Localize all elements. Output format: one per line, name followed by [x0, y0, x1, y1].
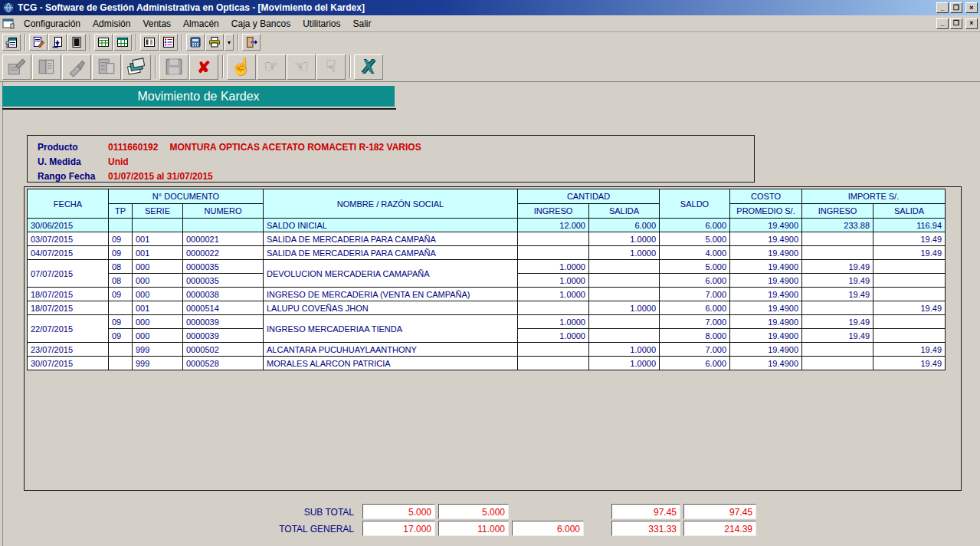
grid-view-2-button[interactable] [113, 34, 132, 51]
cell-is [873, 315, 946, 329]
cell-ii [802, 246, 873, 260]
export-excel-button[interactable]: X [354, 54, 383, 80]
cell-numero: 0000039 [183, 315, 264, 329]
cell-fecha: 18/07/2015 [28, 301, 109, 315]
cell-costo: 19.4900 [730, 219, 802, 232]
header-tp: TP [109, 204, 133, 219]
header-numero: NUMERO [183, 204, 264, 219]
printer-button[interactable] [205, 34, 224, 51]
cell-fecha: 03/07/2015 [28, 232, 109, 246]
cell-is [873, 288, 946, 301]
cell-ci [518, 357, 589, 370]
cell-ci: 12.000 [518, 219, 589, 232]
mdi-close-button[interactable]: × [965, 18, 978, 29]
cell-saldo: 6.000 [660, 274, 730, 288]
medida-label: U. Medida [38, 156, 108, 167]
cell-is: 19.49 [873, 232, 946, 246]
total-importe-salida: 214.39 [683, 521, 756, 536]
mdi-minimize-button[interactable]: _ [936, 18, 949, 29]
cell-ii [802, 301, 873, 315]
menu-salir[interactable]: Salir [347, 16, 378, 31]
cell-numero: 0000514 [183, 301, 264, 315]
table-row[interactable]: 18/07/2015090000000038INGRESO DE MERCADE… [28, 288, 946, 301]
table-row[interactable]: 30/06/2015SALDO INICIAL12.0006.0006.0001… [28, 219, 946, 232]
cell-saldo: 7.000 [660, 315, 730, 329]
table-row[interactable]: 30/07/20159990000528MORALES ALARCON PATR… [28, 357, 946, 370]
toolbar-separator [155, 55, 156, 78]
minimize-button[interactable]: _ [936, 2, 949, 13]
cancel-button[interactable]: ✘ [189, 54, 218, 80]
table-row[interactable]: 18/07/20150010000514LALUPU COVEÑAS JHON1… [28, 301, 946, 315]
total-saldo: 6.000 [512, 521, 584, 536]
exit-door-button[interactable] [242, 34, 261, 51]
subtotal-importe-salida: 97.45 [683, 504, 756, 519]
menu-almacen[interactable]: Almacén [177, 16, 225, 31]
nav-previous-button[interactable]: ☞ [257, 54, 286, 80]
menu-ventas[interactable]: Ventas [136, 16, 177, 31]
nav-last-icon: ☟ [326, 58, 336, 75]
cell-fecha: 04/07/2015 [28, 246, 109, 260]
new-record-button [2, 54, 31, 80]
browse-icon [37, 57, 57, 77]
calculator-button[interactable] [186, 34, 205, 51]
table-row[interactable]: 22/07/2015090000000039INGRESO MERCADERIA… [28, 315, 946, 329]
nav-last-button[interactable]: ☟ [316, 54, 346, 80]
cell-tp: 09 [109, 246, 133, 260]
cell-ci [518, 232, 589, 246]
cell-ci: 1.0000 [518, 288, 589, 301]
nav-next-button[interactable]: ☜ [287, 54, 316, 80]
cell-saldo: 6.000 [660, 219, 730, 232]
cell-fecha: 30/06/2015 [28, 219, 109, 232]
cell-ci [518, 246, 589, 260]
menu-configuracion[interactable]: Configuración [18, 16, 87, 31]
cell-costo: 19.4900 [730, 232, 802, 246]
cell-numero: 0000022 [183, 246, 264, 260]
toolbar-main: ▼ [0, 32, 980, 52]
cell-fecha: 30/07/2015 [28, 357, 109, 370]
printer-dropdown-button[interactable]: ▼ [225, 34, 234, 51]
table-row[interactable]: 07/07/2015080000000035DEVOLUCION MERCADE… [28, 260, 946, 274]
toolbar-separator [182, 34, 183, 51]
toolbar-separator [238, 34, 239, 51]
cell-saldo: 8.000 [660, 329, 730, 343]
cell-serie [133, 219, 183, 232]
menu-admision[interactable]: Admisión [87, 16, 136, 31]
table-row[interactable]: 03/07/2015090010000021SALIDA DE MERCADER… [28, 232, 946, 246]
header-ndocumento: N° DOCUMENTO [109, 189, 264, 204]
master-grid-button [92, 54, 121, 80]
menu-utilitarios[interactable]: Utilitarios [297, 16, 346, 31]
cell-cs: 1.0000 [589, 343, 660, 357]
list-view-button[interactable] [159, 34, 178, 51]
mdi-child-icon[interactable] [2, 18, 15, 29]
cell-costo: 19.4900 [730, 260, 802, 274]
cell-saldo: 7.000 [660, 343, 730, 357]
mdi-restore-button[interactable]: ❐ [950, 18, 962, 29]
menu-caja-y-bancos[interactable]: Caja y Bancos [225, 16, 297, 31]
cell-ii: 19.49 [802, 260, 873, 274]
cell-fecha: 18/07/2015 [28, 288, 109, 301]
columns-view-button[interactable] [140, 34, 159, 51]
nav-first-button[interactable]: ☝ [227, 54, 256, 80]
cell-fecha: 22/07/2015 [28, 315, 109, 343]
catalog-books-button[interactable] [122, 54, 151, 80]
table-row[interactable]: 23/07/20159990000502ALCANTARA PUCUHUAYLA… [28, 343, 946, 357]
cell-costo: 19.4900 [730, 343, 802, 357]
total-general-label: TOTAL GENERAL [224, 524, 354, 534]
doc-import-button[interactable] [48, 34, 67, 51]
cell-is: 19.49 [873, 246, 946, 260]
cell-cs: 1.0000 [589, 232, 660, 246]
dropdown-arrow-icon: ▼ [227, 40, 232, 45]
medida-value: Unid [108, 156, 129, 167]
total-importe-ingreso: 331.33 [611, 521, 680, 536]
cell-numero [183, 219, 264, 232]
grid-view-1-button[interactable] [94, 34, 113, 51]
window-key-button[interactable] [2, 34, 21, 51]
printer-icon [208, 36, 221, 48]
doc-preview-button[interactable] [67, 34, 86, 51]
toolbar-separator [90, 34, 91, 51]
close-button[interactable]: × [965, 2, 978, 13]
restore-button[interactable]: ❐ [950, 2, 962, 13]
excel-icon: X [362, 58, 374, 76]
report-design-button[interactable] [29, 34, 48, 51]
table-row[interactable]: 04/07/2015090010000022SALIDA DE MERCADER… [28, 246, 946, 260]
